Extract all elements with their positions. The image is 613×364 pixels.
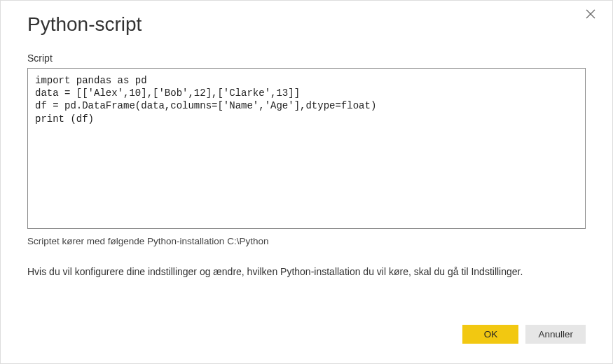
dialog-title: Python-script <box>27 13 586 36</box>
cancel-button[interactable]: Annuller <box>525 325 586 344</box>
install-note: Scriptet kører med følgende Python-insta… <box>27 236 586 246</box>
script-input[interactable] <box>27 68 586 229</box>
close-icon[interactable] <box>586 9 600 23</box>
script-label: Script <box>27 52 586 64</box>
dialog-content: Python-script Script Scriptet kører med … <box>1 1 612 363</box>
ok-button[interactable]: OK <box>462 325 518 344</box>
help-text: Hvis du vil konfigurere dine indstilling… <box>27 266 586 277</box>
button-row: OK Annuller <box>27 325 586 346</box>
